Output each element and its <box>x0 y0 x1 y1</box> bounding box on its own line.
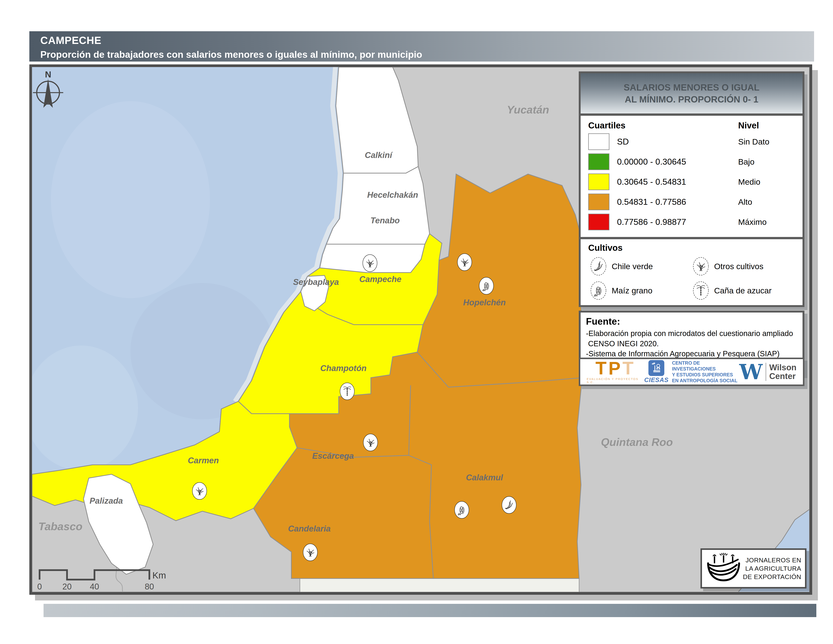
municipality-label-champotón: Champotón <box>320 364 367 373</box>
fuente-label: Fuente: <box>586 316 797 327</box>
cuartiles-section: Cuartiles Nivel SD Sin Dato 0.00000 - 0.… <box>581 116 802 237</box>
jornaleros-field-icon <box>704 551 743 586</box>
map-crop-icon-cana <box>340 383 354 400</box>
swatch-medio <box>588 174 609 190</box>
cultivo-cana-azucar: Caña de azucar <box>693 281 793 300</box>
range-medio: 0.30645 - 0.54831 <box>617 177 738 187</box>
municipality-label-escárcega: Escárcega <box>312 451 354 460</box>
municipality-label-campeche: Campeche <box>359 274 402 284</box>
map-crop-icon-otros <box>363 434 378 451</box>
map-subtitle: Proporción de trabajadores con salarios … <box>40 49 814 60</box>
guatemala-strip <box>300 578 579 592</box>
state-label-tabasco: Tabasco <box>38 520 82 533</box>
maiz-icon <box>590 281 607 300</box>
state-label-yucatán: Yucatán <box>507 103 549 116</box>
tpt-logo: TPT EVALUACIÓN Y PROYECTOS S.C. <box>587 360 644 384</box>
level-alto: Alto <box>738 197 795 207</box>
legend-row-sd: SD Sin Dato <box>588 132 795 152</box>
ciesas-abbr: CIESAS <box>644 376 669 383</box>
divider <box>581 237 802 239</box>
map-crop-icon-otros <box>363 254 377 272</box>
scale-unit: Km <box>153 570 166 580</box>
cultivo-chile-verde: Chile verde <box>590 257 691 276</box>
cultivos-label: Cultivos <box>588 243 795 253</box>
map-crop-icon-maiz <box>455 501 469 518</box>
svg-text:N: N <box>45 69 51 79</box>
swatch-maximo <box>588 214 609 230</box>
municipality-label-tenabo: Tenabo <box>370 216 400 225</box>
legend-title-line1: SALARIOS MENORES O IGUAL <box>624 81 759 93</box>
legend-panel: SALARIOS MENORES O IGUAL AL MÍNIMO. PROP… <box>579 71 804 307</box>
svg-text:20: 20 <box>63 582 72 591</box>
divider <box>765 363 766 381</box>
map-crop-icon-otros <box>457 254 472 270</box>
legend-row-medio: 0.30645 - 0.54831 Medio <box>588 172 795 192</box>
divider <box>581 113 802 116</box>
range-alto: 0.54831 - 0.77586 <box>617 197 738 207</box>
cultivo-otros-cultivos: Otros cultivos <box>693 257 793 276</box>
municipality-label-hopelchén: Hopelchén <box>463 298 506 307</box>
cuartiles-label: Cuartiles <box>588 120 738 130</box>
legend-header: SALARIOS MENORES O IGUAL AL MÍNIMO. PROP… <box>581 73 802 113</box>
level-sd: Sin Dato <box>738 137 795 147</box>
chile-icon <box>590 257 607 276</box>
legend-row-bajo: 0.00000 - 0.30645 Bajo <box>588 152 795 172</box>
cultivos-section: Cultivos Chile verde Otros cultivos <box>581 239 802 305</box>
map-title: CAMPECHE <box>40 34 814 47</box>
level-maximo: Máximo <box>738 217 795 227</box>
wilson-center-logo: W Wilson Center <box>739 362 796 381</box>
level-medio: Medio <box>738 177 795 187</box>
jornaleros-logo-box: JORNALEROS EN LA AGRICULTURA DE EXPORTAC… <box>701 548 807 589</box>
svg-text:80: 80 <box>145 582 154 591</box>
nivel-label: Nivel <box>738 120 795 130</box>
municipality-label-seybaplaya: Seybaplaya <box>293 277 339 287</box>
footer-gradient-bar <box>43 604 816 617</box>
legend-title-line2: AL MÍNIMO. PROPORCIÓN 0- 1 <box>625 93 758 105</box>
ciesas-logo: CIESAS CENTRO DE INVESTIGACIONES Y ESTUD… <box>644 360 739 384</box>
map-crop-icon-chile <box>502 496 516 514</box>
municipality-label-hecelchakán: Hecelchakán <box>367 190 418 200</box>
map-crop-icon-otros <box>303 544 317 561</box>
municipality-label-calakmul: Calakmul <box>466 473 503 482</box>
fuente-line: CENSO INEGI 2020. <box>586 339 797 349</box>
state-label-quintana-roo: Quintana Roo <box>601 436 673 448</box>
cana-azucar-icon <box>693 281 709 300</box>
municipality-label-palizada: Palizada <box>90 496 123 506</box>
svg-text:40: 40 <box>90 582 99 591</box>
title-bar: CAMPECHE Proporción de trabajadores con … <box>29 31 814 61</box>
range-sd: SD <box>617 137 738 147</box>
map-crop-icon-maiz <box>479 277 494 295</box>
cultivo-maiz-grano: Maíz grano <box>590 281 691 300</box>
ciesas-icon <box>648 360 664 376</box>
municipality-label-carmen: Carmen <box>188 456 219 465</box>
range-bajo: 0.00000 - 0.30645 <box>617 157 738 167</box>
swatch-bajo <box>588 153 609 170</box>
municipality-label-candelaria: Candelaria <box>288 524 331 533</box>
wilson-w-mark: W <box>739 362 763 381</box>
otros-cultivos-icon <box>693 257 709 276</box>
swatch-alto <box>588 193 609 210</box>
legend-row-maximo: 0.77586 - 0.98877 Máximo <box>588 212 795 232</box>
swatch-sd <box>588 134 609 150</box>
logos-panel: TPT EVALUACIÓN Y PROYECTOS S.C. CIESAS C… <box>579 357 804 386</box>
level-bajo: Bajo <box>738 157 795 166</box>
legend-row-alto: 0.54831 - 0.77586 Alto <box>588 192 795 212</box>
sea-texture <box>51 101 210 298</box>
jornaleros-text: JORNALEROS EN LA AGRICULTURA DE EXPORTAC… <box>743 556 802 581</box>
fuente-line: -Elaboración propia con microdatos del c… <box>586 328 797 339</box>
range-maximo: 0.77586 - 0.98877 <box>617 217 738 227</box>
tpt-subtitle: EVALUACIÓN Y PROYECTOS S.C. <box>587 377 644 384</box>
svg-text:0: 0 <box>37 582 42 591</box>
municipality-label-calkiní: Calkiní <box>365 150 393 160</box>
map-crop-icon-otros <box>192 483 207 499</box>
